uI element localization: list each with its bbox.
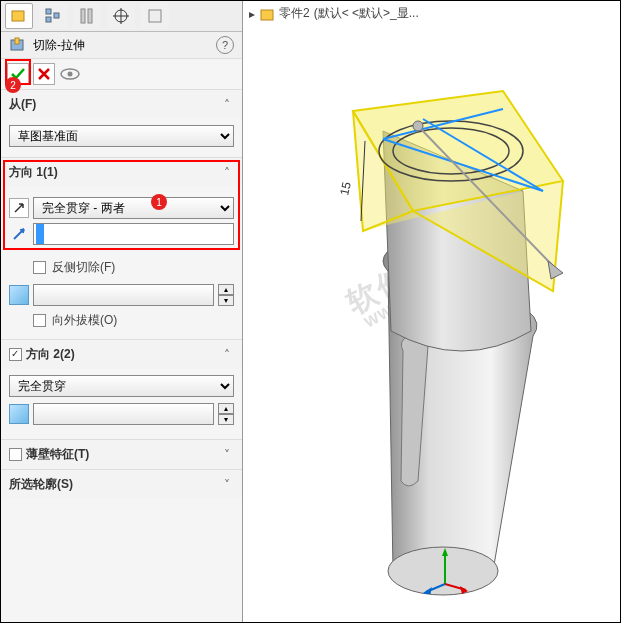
feature-tab[interactable]: [5, 3, 33, 29]
section-dir1: 方向 1(1) ˄ 完全贯穿 - 两者 1: [1, 157, 242, 339]
checkbox-icon: [33, 314, 46, 327]
target-icon: [112, 7, 130, 25]
preview-icon[interactable]: [59, 65, 81, 83]
spinner-down-2[interactable]: ▾: [218, 414, 234, 425]
config-icon: [78, 7, 96, 25]
chevron-up-icon: ˄: [220, 98, 234, 112]
draft-icon[interactable]: [9, 285, 29, 305]
sheet-icon: [146, 7, 164, 25]
spinner-up[interactable]: ▴: [218, 284, 234, 295]
dim-text: 15: [337, 180, 354, 196]
input-selection: [36, 224, 44, 244]
dir2-label: 方向 2(2): [26, 346, 75, 363]
spinner-up-2[interactable]: ▴: [218, 403, 234, 414]
section-thin: 薄壁特征(T) ˅: [1, 439, 242, 469]
svg-rect-5: [88, 9, 92, 23]
section-dir1-header[interactable]: 方向 1(1) ˄: [1, 158, 242, 187]
model-3d: 15: [243, 11, 621, 621]
svg-rect-3: [54, 13, 59, 18]
tree-tab[interactable]: [39, 3, 67, 29]
section-thin-header[interactable]: 薄壁特征(T) ˅: [1, 440, 242, 469]
flipside-label: 反侧切除(F): [52, 259, 115, 276]
thin-enable-check[interactable]: [9, 448, 22, 461]
panel-tabbar: [1, 1, 242, 32]
property-panel: 切除-拉伸 ? 2 从(F) ˄ 草图基准面: [1, 1, 243, 622]
section-contours: 所选轮廓(S) ˅: [1, 469, 242, 499]
close-icon: [37, 67, 51, 81]
view-triad[interactable]: [420, 544, 470, 594]
dir2-enable-check[interactable]: [9, 348, 22, 361]
dir2-endcond-select[interactable]: 完全贯穿: [9, 375, 234, 397]
checkbox-icon: [33, 261, 46, 274]
svg-point-23: [413, 121, 423, 131]
action-row: 2: [1, 59, 242, 89]
contours-label: 所选轮廓(S): [9, 476, 73, 493]
section-from-header[interactable]: 从(F) ˄: [1, 90, 242, 119]
chevron-up-icon: ˄: [220, 348, 234, 362]
from-label: 从(F): [9, 96, 36, 113]
section-dir2: 方向 2(2) ˄ 完全贯穿 ▴ ▾: [1, 339, 242, 439]
cancel-button[interactable]: [33, 63, 55, 85]
svg-rect-4: [81, 9, 85, 23]
svg-rect-1: [46, 9, 51, 14]
dir1-endcond-select[interactable]: 完全贯穿 - 两者: [33, 197, 234, 219]
draft-out-check[interactable]: 向外拔模(O): [33, 312, 234, 329]
help-button[interactable]: ?: [216, 36, 234, 54]
misc-tab[interactable]: [141, 3, 169, 29]
section-contours-header[interactable]: 所选轮廓(S) ˅: [1, 470, 242, 499]
feature-titlebar: 切除-拉伸 ?: [1, 32, 242, 59]
ok-button[interactable]: [7, 63, 29, 85]
dir-vector-icon[interactable]: [9, 227, 29, 241]
chevron-up-icon: ˄: [220, 166, 234, 180]
svg-rect-0: [12, 11, 24, 21]
dir1-label: 方向 1(1): [9, 164, 58, 181]
check-icon: [10, 66, 26, 82]
dir1-depth-input[interactable]: [33, 284, 214, 306]
feature-icon: [10, 7, 28, 25]
dir1-vector-input[interactable]: [33, 223, 234, 245]
draft-label: 向外拔模(O): [52, 312, 117, 329]
cut-extrude-icon: [9, 36, 27, 54]
dir2-depth-input[interactable]: [33, 403, 214, 425]
svg-point-13: [68, 72, 73, 77]
flipside-check[interactable]: 反侧切除(F): [33, 259, 234, 276]
chevron-down-icon: ˅: [220, 478, 234, 492]
section-from: 从(F) ˄ 草图基准面: [1, 89, 242, 157]
spinner-down[interactable]: ▾: [218, 295, 234, 306]
graphics-viewport[interactable]: ▸ 零件2 (默认< <默认>_显... 软件自学网 WWW.RJZXW.COM: [243, 1, 620, 622]
svg-rect-9: [149, 10, 161, 22]
svg-rect-11: [15, 38, 19, 44]
draft-icon-2[interactable]: [9, 404, 29, 424]
tree-icon: [44, 7, 62, 25]
section-dir2-header[interactable]: 方向 2(2) ˄: [1, 340, 242, 369]
prop-tab[interactable]: [107, 3, 135, 29]
reverse-icon: [12, 201, 26, 215]
config-tab[interactable]: [73, 3, 101, 29]
from-plane-select[interactable]: 草图基准面: [9, 125, 234, 147]
feature-title: 切除-拉伸: [33, 37, 85, 54]
chevron-down-icon: ˅: [220, 448, 234, 462]
svg-rect-2: [46, 17, 51, 22]
thin-label: 薄壁特征(T): [26, 446, 89, 463]
reverse-dir-button[interactable]: [9, 198, 29, 218]
